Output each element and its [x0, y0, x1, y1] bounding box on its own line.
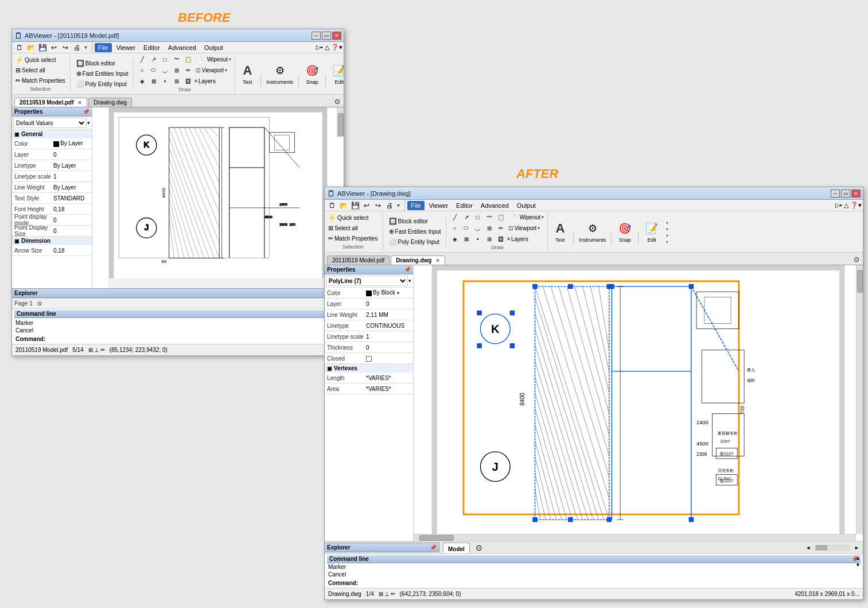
- menu-file[interactable]: File: [95, 43, 112, 52]
- after-select-all-btn[interactable]: ⊞ Select all: [326, 223, 380, 233]
- after-grid-icon[interactable]: ⊞: [379, 591, 383, 597]
- command-input[interactable]: [48, 336, 340, 342]
- after-arc2-tool[interactable]: ◡: [473, 223, 483, 233]
- after-model-tab[interactable]: Model: [443, 543, 470, 553]
- after-open-icon[interactable]: 📂: [338, 200, 349, 211]
- after-poly-entity-btn[interactable]: ⬜ Poly Entity Input: [387, 237, 443, 247]
- after-copy-tool[interactable]: 📋: [496, 212, 506, 222]
- instruments-btn[interactable]: ⚙ Instruments: [263, 61, 296, 87]
- after-quick-select-btn[interactable]: ⚡ Quick select: [326, 213, 380, 223]
- after-explorer-pin[interactable]: 📌: [430, 544, 437, 551]
- wipeout-btn[interactable]: Wipeout ▾: [206, 56, 233, 63]
- poly-entity-btn[interactable]: ⬜ Poly Entity Input: [74, 79, 131, 89]
- after-move-tool[interactable]: ⊞: [484, 223, 495, 233]
- after-tab-drawing-dwg[interactable]: Drawing.dwg ✕: [391, 255, 445, 265]
- after-block-editor-btn[interactable]: 🔲 Block editor: [387, 216, 443, 226]
- image-tool[interactable]: 🖼: [183, 76, 193, 86]
- after-snap-status-icon[interactable]: ✏: [391, 591, 395, 597]
- block-editor-btn[interactable]: 🔲 Block editor: [74, 59, 131, 68]
- menu-advanced[interactable]: Advanced: [165, 43, 200, 52]
- redo-icon[interactable]: ↪: [60, 42, 71, 53]
- after-hatch-tool[interactable]: ◈: [450, 234, 460, 244]
- edit-btn[interactable]: 📝 Edit: [328, 61, 344, 87]
- after-restore-button[interactable]: ▭: [841, 189, 850, 197]
- undo-icon[interactable]: ↩: [49, 42, 59, 53]
- after-image-tool[interactable]: 🖼: [496, 234, 506, 244]
- tab-close-icon[interactable]: ✕: [77, 100, 82, 106]
- move-tool[interactable]: ⊞: [172, 65, 182, 75]
- after-h-scroll-thumb2[interactable]: [816, 545, 827, 550]
- after-cmd-scroll-up[interactable]: ▲: [855, 555, 861, 561]
- after-scroll-left[interactable]: ◄: [805, 545, 811, 551]
- after-table-tool[interactable]: ⊞: [484, 234, 495, 244]
- properties-dropdown[interactable]: Default Values: [13, 118, 87, 128]
- after-v-scrollbar[interactable]: [856, 265, 863, 534]
- after-wipeout-btn[interactable]: Wipeout ▾: [519, 214, 546, 221]
- match-properties-btn[interactable]: ✏ Match Properties: [13, 76, 68, 86]
- measure-tool[interactable]: ⊠: [149, 76, 159, 86]
- after-h-scrollbar[interactable]: [414, 534, 856, 541]
- general-group[interactable]: ▣General: [12, 130, 92, 138]
- snap-status-icon[interactable]: ✏: [100, 347, 105, 353]
- after-new-icon[interactable]: 🗒: [327, 200, 337, 211]
- after-vertexes-group[interactable]: ▣Vertexes: [325, 364, 413, 373]
- arc2-tool[interactable]: ◡: [160, 65, 170, 75]
- after-menu-output[interactable]: Output: [513, 201, 539, 210]
- menu-viewer[interactable]: Viewer: [113, 43, 139, 52]
- select-all-btn[interactable]: ⊞ Select all: [13, 65, 68, 75]
- after-edit-btn[interactable]: 📝 Edit: [641, 219, 663, 245]
- after-spline-tool[interactable]: 〜: [484, 212, 495, 222]
- v-scrollbar[interactable]: [337, 107, 344, 137]
- after-arc-tool[interactable]: ↗: [461, 212, 472, 222]
- after-fast-entities-btn[interactable]: ⊕ Fast Entities Input: [387, 227, 443, 237]
- layers-btn[interactable]: ≡ Layers: [194, 78, 216, 84]
- after-pencil-tool[interactable]: ✏: [496, 223, 506, 233]
- text-tool-btn[interactable]: A Text: [236, 61, 258, 87]
- after-undo-icon[interactable]: ↩: [361, 200, 372, 211]
- copy-tool[interactable]: 📋: [183, 54, 193, 64]
- after-viewport-btn[interactable]: ◫ Viewport ▾: [507, 224, 542, 232]
- spline-tool[interactable]: 〜: [172, 54, 182, 64]
- after-menu-editor[interactable]: Editor: [453, 201, 476, 210]
- after-line-tool[interactable]: ╱: [450, 212, 460, 222]
- after-measure-tool[interactable]: ⊠: [461, 234, 472, 244]
- after-properties-dropdown[interactable]: PolyLine (7): [326, 276, 408, 286]
- quick-select-btn[interactable]: ⚡ Quick select: [13, 55, 68, 65]
- after-match-properties-btn[interactable]: ✏ Match Properties: [326, 234, 380, 243]
- after-paste-tool[interactable]: 📄: [507, 212, 517, 222]
- after-h-scroll-track[interactable]: [815, 545, 850, 551]
- after-menu-file[interactable]: File: [407, 201, 425, 210]
- fast-entities-btn[interactable]: ⊕ Fast Entities Input: [74, 69, 131, 79]
- after-minimize-button[interactable]: ─: [831, 189, 840, 197]
- dimension-group[interactable]: ▣Dimension: [12, 237, 92, 245]
- save-icon[interactable]: 💾: [37, 42, 48, 53]
- close-button[interactable]: ✕: [332, 32, 341, 40]
- tab-drawing-dwg[interactable]: Drawing.dwg: [88, 98, 132, 107]
- after-instruments-btn[interactable]: ⚙ Instruments: [576, 219, 609, 245]
- hatch-tool[interactable]: ◈: [137, 76, 147, 86]
- after-help-icon[interactable]: ▷▪ △ ❓▾: [835, 202, 862, 209]
- open-icon[interactable]: 📂: [26, 42, 36, 53]
- after-ortho-icon[interactable]: ⊥: [384, 591, 390, 597]
- after-h-scroll-thumb[interactable]: [419, 535, 454, 541]
- after-menu-advanced[interactable]: Advanced: [477, 201, 512, 210]
- after-rect-tool[interactable]: □: [473, 212, 483, 222]
- after-tab-scroll-icon[interactable]: ⊙: [853, 254, 861, 265]
- tab-model-pdf[interactable]: 20110519 Model.pdf ✕: [14, 98, 87, 107]
- after-layers-btn[interactable]: ≡ Layers: [507, 236, 528, 242]
- ellipse-tool[interactable]: ⬭: [149, 65, 159, 75]
- minimize-button[interactable]: ─: [312, 32, 321, 40]
- pin-icon[interactable]: 📌: [83, 109, 89, 115]
- after-pin-icon[interactable]: 📌: [404, 266, 411, 273]
- after-ellipse-tool[interactable]: ⬭: [461, 223, 472, 233]
- restore-button[interactable]: ▭: [322, 32, 331, 40]
- help-icon[interactable]: ▷▪ △ ❓▾: [316, 44, 342, 51]
- after-cmd-scroll-down[interactable]: ▼: [855, 562, 861, 568]
- viewport-btn[interactable]: ◫ Viewport ▾: [194, 67, 229, 74]
- rect-tool[interactable]: □: [160, 54, 170, 64]
- circle-tool[interactable]: ○: [137, 65, 147, 75]
- menu-editor[interactable]: Editor: [140, 43, 164, 52]
- after-tab-close-icon[interactable]: ✕: [435, 258, 440, 264]
- after-redo-icon[interactable]: ↪: [373, 200, 383, 211]
- menu-output[interactable]: Output: [201, 43, 227, 52]
